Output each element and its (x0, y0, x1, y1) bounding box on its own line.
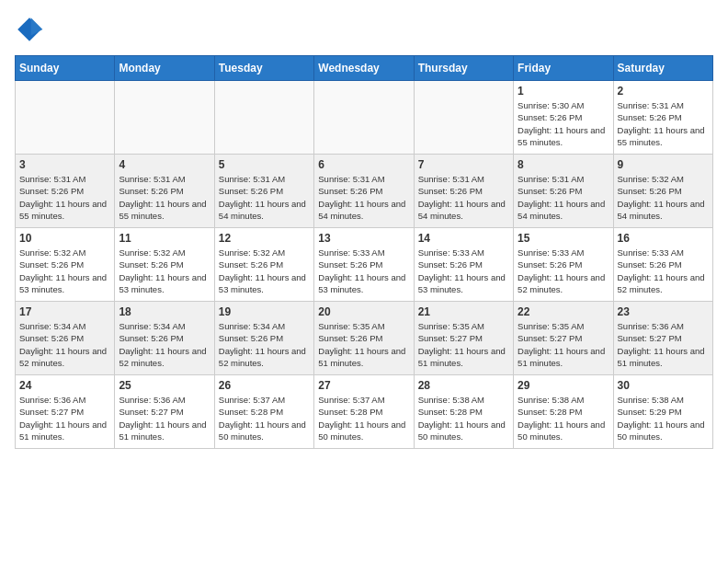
day-number: 16 (618, 232, 709, 245)
day-number: 12 (219, 232, 310, 245)
day-info: Sunrise: 5:35 AM Sunset: 5:27 PM Dayligh… (418, 320, 509, 369)
calendar-cell (16, 81, 115, 155)
calendar-week-row: 10Sunrise: 5:32 AM Sunset: 5:26 PM Dayli… (16, 228, 713, 302)
calendar-week-row: 24Sunrise: 5:36 AM Sunset: 5:27 PM Dayli… (16, 375, 713, 449)
day-info: Sunrise: 5:31 AM Sunset: 5:26 PM Dayligh… (618, 99, 709, 148)
day-info: Sunrise: 5:38 AM Sunset: 5:28 PM Dayligh… (418, 394, 509, 442)
calendar-body: 1Sunrise: 5:30 AM Sunset: 5:26 PM Daylig… (16, 81, 713, 449)
day-number: 26 (219, 379, 310, 392)
day-number: 1 (518, 85, 609, 98)
day-number: 3 (19, 158, 110, 171)
calendar-cell: 4Sunrise: 5:31 AM Sunset: 5:26 PM Daylig… (115, 155, 214, 228)
day-info: Sunrise: 5:31 AM Sunset: 5:26 PM Dayligh… (19, 173, 110, 222)
calendar-cell: 10Sunrise: 5:32 AM Sunset: 5:26 PM Dayli… (16, 228, 115, 302)
day-number: 7 (418, 158, 509, 171)
day-info: Sunrise: 5:35 AM Sunset: 5:26 PM Dayligh… (318, 320, 409, 369)
day-info: Sunrise: 5:37 AM Sunset: 5:28 PM Dayligh… (318, 394, 409, 442)
day-info: Sunrise: 5:32 AM Sunset: 5:26 PM Dayligh… (119, 247, 210, 295)
day-info: Sunrise: 5:33 AM Sunset: 5:26 PM Dayligh… (618, 247, 709, 295)
calendar-cell: 8Sunrise: 5:31 AM Sunset: 5:26 PM Daylig… (514, 155, 613, 228)
calendar-cell: 29Sunrise: 5:38 AM Sunset: 5:28 PM Dayli… (514, 375, 613, 449)
calendar-cell: 19Sunrise: 5:34 AM Sunset: 5:26 PM Dayli… (214, 302, 313, 375)
day-info: Sunrise: 5:31 AM Sunset: 5:26 PM Dayligh… (119, 173, 210, 222)
day-number: 20 (318, 305, 409, 318)
weekday-header: Wednesday (314, 56, 414, 81)
calendar-cell: 20Sunrise: 5:35 AM Sunset: 5:26 PM Dayli… (314, 302, 414, 375)
day-info: Sunrise: 5:34 AM Sunset: 5:26 PM Dayligh… (119, 320, 210, 369)
calendar-week-row: 3Sunrise: 5:31 AM Sunset: 5:26 PM Daylig… (16, 155, 713, 228)
calendar-cell (314, 81, 414, 155)
day-number: 14 (418, 232, 509, 245)
weekday-header: Saturday (613, 56, 712, 81)
calendar-week-row: 17Sunrise: 5:34 AM Sunset: 5:26 PM Dayli… (16, 302, 713, 375)
calendar-cell: 12Sunrise: 5:32 AM Sunset: 5:26 PM Dayli… (214, 228, 313, 302)
calendar-cell: 18Sunrise: 5:34 AM Sunset: 5:26 PM Dayli… (115, 302, 214, 375)
day-info: Sunrise: 5:35 AM Sunset: 5:27 PM Dayligh… (518, 320, 609, 369)
day-info: Sunrise: 5:33 AM Sunset: 5:26 PM Dayligh… (418, 247, 509, 295)
day-info: Sunrise: 5:32 AM Sunset: 5:26 PM Dayligh… (19, 247, 110, 295)
calendar-cell (115, 81, 214, 155)
day-number: 29 (518, 379, 609, 392)
day-number: 8 (518, 158, 609, 171)
calendar-cell: 25Sunrise: 5:36 AM Sunset: 5:27 PM Dayli… (115, 375, 214, 449)
calendar-cell (214, 81, 313, 155)
day-info: Sunrise: 5:36 AM Sunset: 5:27 PM Dayligh… (19, 394, 110, 442)
calendar-cell: 22Sunrise: 5:35 AM Sunset: 5:27 PM Dayli… (514, 302, 613, 375)
logo-icon (15, 15, 44, 44)
weekday-header: Sunday (16, 56, 115, 81)
day-info: Sunrise: 5:31 AM Sunset: 5:26 PM Dayligh… (518, 173, 609, 222)
day-info: Sunrise: 5:34 AM Sunset: 5:26 PM Dayligh… (219, 320, 310, 369)
calendar-cell: 5Sunrise: 5:31 AM Sunset: 5:26 PM Daylig… (214, 155, 313, 228)
page-header (15, 15, 713, 44)
day-info: Sunrise: 5:37 AM Sunset: 5:28 PM Dayligh… (219, 394, 310, 442)
calendar-cell: 30Sunrise: 5:38 AM Sunset: 5:29 PM Dayli… (613, 375, 712, 449)
calendar-cell: 16Sunrise: 5:33 AM Sunset: 5:26 PM Dayli… (613, 228, 712, 302)
day-number: 30 (618, 379, 709, 392)
weekday-header: Tuesday (214, 56, 313, 81)
weekday-header: Monday (115, 56, 214, 81)
calendar-cell: 26Sunrise: 5:37 AM Sunset: 5:28 PM Dayli… (214, 375, 313, 449)
calendar-cell: 17Sunrise: 5:34 AM Sunset: 5:26 PM Dayli… (16, 302, 115, 375)
day-number: 17 (19, 305, 110, 318)
day-number: 19 (219, 305, 310, 318)
day-number: 5 (219, 158, 310, 171)
day-info: Sunrise: 5:32 AM Sunset: 5:26 PM Dayligh… (219, 247, 310, 295)
calendar-cell: 1Sunrise: 5:30 AM Sunset: 5:26 PM Daylig… (514, 81, 613, 155)
day-info: Sunrise: 5:38 AM Sunset: 5:29 PM Dayligh… (618, 394, 709, 442)
day-number: 24 (19, 379, 110, 392)
day-info: Sunrise: 5:36 AM Sunset: 5:27 PM Dayligh… (618, 320, 709, 369)
calendar-cell (414, 81, 513, 155)
day-number: 13 (318, 232, 409, 245)
day-number: 15 (518, 232, 609, 245)
day-number: 11 (119, 232, 210, 245)
day-number: 4 (119, 158, 210, 171)
calendar-cell: 9Sunrise: 5:32 AM Sunset: 5:26 PM Daylig… (613, 155, 712, 228)
day-number: 22 (518, 305, 609, 318)
calendar-cell: 24Sunrise: 5:36 AM Sunset: 5:27 PM Dayli… (16, 375, 115, 449)
calendar-cell: 23Sunrise: 5:36 AM Sunset: 5:27 PM Dayli… (613, 302, 712, 375)
day-info: Sunrise: 5:32 AM Sunset: 5:26 PM Dayligh… (618, 173, 709, 222)
day-info: Sunrise: 5:31 AM Sunset: 5:26 PM Dayligh… (219, 173, 310, 222)
day-info: Sunrise: 5:36 AM Sunset: 5:27 PM Dayligh… (119, 394, 210, 442)
calendar-cell: 6Sunrise: 5:31 AM Sunset: 5:26 PM Daylig… (314, 155, 414, 228)
day-number: 18 (119, 305, 210, 318)
logo (15, 15, 48, 44)
calendar-cell: 15Sunrise: 5:33 AM Sunset: 5:26 PM Dayli… (514, 228, 613, 302)
day-number: 9 (618, 158, 709, 171)
weekday-header: Thursday (414, 56, 513, 81)
day-number: 6 (318, 158, 409, 171)
day-info: Sunrise: 5:31 AM Sunset: 5:26 PM Dayligh… (418, 173, 509, 222)
calendar-cell: 27Sunrise: 5:37 AM Sunset: 5:28 PM Dayli… (314, 375, 414, 449)
calendar-cell: 14Sunrise: 5:33 AM Sunset: 5:26 PM Dayli… (414, 228, 513, 302)
calendar-cell: 21Sunrise: 5:35 AM Sunset: 5:27 PM Dayli… (414, 302, 513, 375)
day-number: 2 (618, 85, 709, 98)
calendar-week-row: 1Sunrise: 5:30 AM Sunset: 5:26 PM Daylig… (16, 81, 713, 155)
day-number: 21 (418, 305, 509, 318)
weekday-header: Friday (514, 56, 613, 81)
day-number: 10 (19, 232, 110, 245)
calendar-cell: 11Sunrise: 5:32 AM Sunset: 5:26 PM Dayli… (115, 228, 214, 302)
calendar-cell: 7Sunrise: 5:31 AM Sunset: 5:26 PM Daylig… (414, 155, 513, 228)
day-info: Sunrise: 5:30 AM Sunset: 5:26 PM Dayligh… (518, 99, 609, 148)
day-number: 25 (119, 379, 210, 392)
day-number: 23 (618, 305, 709, 318)
